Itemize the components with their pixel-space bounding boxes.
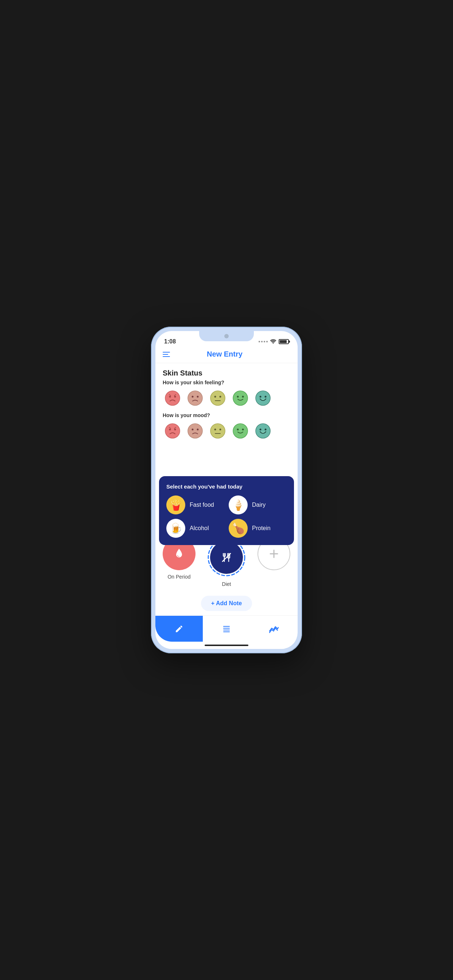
skin-face-5[interactable] <box>255 390 271 407</box>
add-note-button[interactable]: + Add Note <box>201 596 252 611</box>
mood-face-1[interactable] <box>164 423 181 439</box>
camera <box>224 334 229 338</box>
svg-point-1 <box>169 396 171 398</box>
svg-point-6 <box>211 391 225 406</box>
skin-face-1[interactable] <box>164 390 181 407</box>
phone-frame: 1:08 <box>151 327 302 653</box>
svg-point-21 <box>197 429 199 431</box>
diet-label: Diet <box>222 581 231 587</box>
svg-point-5 <box>197 396 199 398</box>
menu-button[interactable] <box>163 352 170 357</box>
status-icons <box>258 339 289 345</box>
pencil-icon <box>175 625 183 633</box>
mood-emoji-row <box>163 423 290 439</box>
svg-point-18 <box>174 429 176 431</box>
add-note-label: + Add Note <box>211 600 242 607</box>
tooltip-grid: 🍟 Fast food 🍦 Dairy 🍺 Alcohol <box>166 495 287 538</box>
svg-point-14 <box>260 396 262 398</box>
add-note-section: + Add Note <box>155 587 298 616</box>
protein-icon: 🍗 <box>229 519 248 538</box>
svg-point-11 <box>237 396 239 398</box>
signal-icon <box>258 341 268 342</box>
dairy-label: Dairy <box>252 502 266 508</box>
home-indicator <box>155 642 298 649</box>
period-label: On Period <box>167 574 190 580</box>
status-time: 1:08 <box>164 338 176 345</box>
svg-point-4 <box>192 396 194 398</box>
alcohol-icon: 🍺 <box>166 519 185 538</box>
skin-face-4[interactable] <box>232 390 249 407</box>
svg-point-2 <box>174 396 176 398</box>
svg-point-19 <box>188 424 203 438</box>
main-content: Skin Status How is your skin feeling? <box>155 363 298 616</box>
svg-point-3 <box>188 391 203 406</box>
tooltip-title: Select each you've had today <box>166 484 287 490</box>
svg-rect-42 <box>223 632 230 632</box>
svg-point-10 <box>233 391 248 406</box>
svg-point-26 <box>233 424 248 438</box>
mood-face-5[interactable] <box>255 423 271 439</box>
list-icon <box>222 625 231 633</box>
header: New Entry <box>155 347 298 363</box>
battery-icon <box>279 339 289 344</box>
fast-food-label: Fast food <box>190 502 214 508</box>
mood-face-2[interactable] <box>187 423 204 439</box>
mood-face-3[interactable] <box>209 423 226 439</box>
protein-label: Protein <box>252 525 271 531</box>
svg-point-24 <box>220 429 222 431</box>
svg-rect-41 <box>223 630 230 630</box>
mood-face-4[interactable] <box>232 423 249 439</box>
nav-tab-list[interactable] <box>203 616 250 642</box>
bottom-nav <box>155 616 298 642</box>
svg-rect-43 <box>223 626 224 627</box>
svg-point-8 <box>220 396 222 398</box>
phone-screen: 1:08 <box>155 331 298 649</box>
wifi-icon <box>270 339 276 345</box>
nav-tab-edit[interactable] <box>155 616 203 642</box>
food-tooltip: Select each you've had today 🍟 Fast food… <box>159 476 294 545</box>
skin-face-2[interactable] <box>187 390 204 407</box>
svg-point-0 <box>165 391 180 406</box>
skin-status-title: Skin Status <box>163 369 290 377</box>
tooltip-item-fast-food[interactable]: 🍟 Fast food <box>166 495 224 514</box>
phone-notch <box>199 331 254 341</box>
page-title: New Entry <box>170 350 279 358</box>
svg-point-29 <box>256 424 270 438</box>
svg-point-12 <box>242 396 244 398</box>
svg-point-15 <box>265 396 266 398</box>
skin-face-3[interactable] <box>209 390 226 407</box>
svg-point-20 <box>192 429 194 431</box>
fast-food-icon: 🍟 <box>166 495 185 514</box>
svg-point-27 <box>237 429 239 431</box>
svg-point-22 <box>211 424 225 438</box>
svg-point-17 <box>169 429 171 431</box>
skin-question: How is your skin feeling? <box>163 380 290 385</box>
skin-status-section: Skin Status How is your skin feeling? <box>155 363 298 448</box>
home-bar <box>205 644 248 646</box>
chart-icon <box>269 624 279 634</box>
mood-question: How is your mood? <box>163 412 290 418</box>
tooltip-item-dairy[interactable]: 🍦 Dairy <box>229 495 287 514</box>
alcohol-label: Alcohol <box>190 525 209 531</box>
dairy-icon: 🍦 <box>229 495 248 514</box>
svg-point-30 <box>260 429 262 431</box>
svg-point-16 <box>165 424 180 438</box>
svg-rect-44 <box>223 628 224 628</box>
svg-point-31 <box>265 429 266 431</box>
svg-point-23 <box>214 429 216 431</box>
nav-tab-chart[interactable] <box>250 616 298 642</box>
svg-point-7 <box>214 396 216 398</box>
svg-point-13 <box>256 391 270 406</box>
tooltip-item-protein[interactable]: 🍗 Protein <box>229 519 287 538</box>
tooltip-item-alcohol[interactable]: 🍺 Alcohol <box>166 519 224 538</box>
svg-point-28 <box>242 429 244 431</box>
skin-emoji-row <box>163 390 290 407</box>
